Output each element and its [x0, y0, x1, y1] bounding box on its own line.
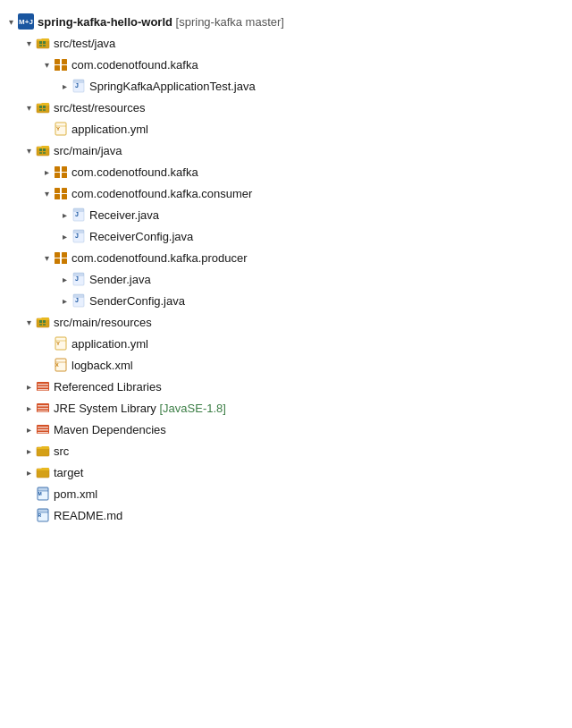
svg-rect-38: [73, 230, 84, 233]
tree-item-application-yml-main[interactable]: Y application.yml: [0, 333, 572, 354]
tree-item-com-codenotfound-kafka-main[interactable]: com.codenotfound.kafka: [0, 161, 572, 182]
tree-arrow[interactable]: [57, 79, 72, 93]
tree-item-sender[interactable]: J Sender.java: [0, 268, 572, 290]
svg-rect-42: [62, 258, 67, 264]
svg-rect-16: [43, 109, 46, 111]
svg-rect-21: [39, 148, 42, 151]
tree-arrow[interactable]: [21, 401, 36, 415]
tree-item-com-codenotfound-kafka-producer[interactable]: com.codenotfound.kafka.producer: [0, 247, 572, 268]
tree-arrow[interactable]: [39, 186, 54, 200]
tree-item-label: JRE System Library [JavaSE-1.8]: [54, 402, 565, 415]
tree-item-src[interactable]: src: [0, 440, 572, 461]
svg-rect-23: [39, 152, 42, 154]
tree-arrow[interactable]: [39, 250, 54, 265]
tree-item-root[interactable]: M+Jspring-kafka-hello-world [spring-kafk…: [0, 11, 572, 32]
svg-rect-53: [43, 324, 46, 326]
svg-rect-69: [38, 427, 48, 428]
package-icon: [54, 165, 68, 179]
tree-item-src-test-resources[interactable]: src/test/resources: [0, 97, 572, 118]
tree-item-com-codenotfound-kafka-test[interactable]: com.codenotfound.kafka: [0, 54, 572, 75]
tree-item-label: SpringKafkaApplicationTest.java: [89, 80, 565, 93]
yml-file-icon: Y: [54, 336, 68, 351]
tree-item-jre-system-library[interactable]: JRE System Library [JavaSE-1.8]: [0, 397, 572, 419]
tree-item-pom-xml[interactable]: M pom.xml: [0, 483, 572, 504]
svg-rect-6: [62, 59, 67, 64]
tree-arrow[interactable]: [57, 293, 72, 308]
tree-arrow[interactable]: [21, 100, 36, 114]
tree-arrow[interactable]: [57, 207, 72, 222]
tree-arrow[interactable]: [57, 272, 72, 286]
svg-text:Y: Y: [56, 341, 60, 346]
tree-item-label: Referenced Libraries: [54, 380, 565, 394]
svg-rect-48: [73, 294, 84, 298]
tree-item-receiver[interactable]: J Receiver.java: [0, 204, 572, 225]
package-icon: [54, 57, 68, 72]
tree-item-label: src/main/resources: [54, 316, 565, 329]
tree-arrow[interactable]: [57, 229, 72, 243]
svg-rect-2: [43, 41, 46, 44]
tree-item-label: application.yml: [72, 123, 565, 136]
tree-item-src-main-java[interactable]: src/main/java: [0, 140, 572, 161]
tree-item-maven-dependencies[interactable]: Maven Dependencies: [0, 419, 572, 440]
tree-arrow[interactable]: [21, 143, 36, 157]
tree-item-src-test-java[interactable]: src/test/java: [0, 32, 572, 54]
library-icon: [36, 422, 50, 436]
svg-rect-77: [38, 487, 48, 491]
label-suffix: [JavaSE-1.8]: [156, 402, 226, 415]
src-folder-icon: [36, 100, 50, 114]
tree-arrow[interactable]: [21, 465, 36, 479]
svg-text:J: J: [75, 275, 79, 282]
tree-item-com-codenotfound-kafka-consumer[interactable]: com.codenotfound.kafka.consumer: [0, 182, 572, 204]
svg-text:Y: Y: [56, 126, 60, 131]
tree-arrow[interactable]: [21, 444, 36, 458]
svg-text:J: J: [75, 211, 79, 217]
tree-item-readme-md[interactable]: R README.md: [0, 504, 572, 526]
tree-item-label: ReceiverConfig.java: [89, 230, 565, 243]
tree-item-label: target: [54, 466, 565, 479]
tree-arrow[interactable]: [21, 315, 36, 329]
tree-item-application-yml-test[interactable]: Y application.yml: [0, 118, 572, 140]
tree-item-label: com.codenotfound.kafka.producer: [72, 251, 565, 265]
project-name: spring-kafka-hello-world: [38, 15, 172, 29]
svg-text:R: R: [38, 512, 42, 518]
svg-rect-15: [39, 109, 42, 111]
tree-item-referenced-libraries[interactable]: Referenced Libraries: [0, 376, 572, 397]
src-folder-icon: [36, 315, 50, 329]
svg-rect-71: [38, 432, 48, 434]
tree-arrow[interactable]: [39, 57, 54, 72]
svg-rect-52: [39, 324, 42, 326]
readme-file-icon: R: [36, 508, 50, 522]
tree-item-springkafkaapptest[interactable]: J SpringKafkaApplicationTest.java: [0, 75, 572, 97]
src-folder-icon: [36, 143, 50, 157]
svg-rect-40: [62, 252, 67, 258]
project-branch: [spring-kafka master]: [172, 15, 284, 29]
tree-item-label: spring-kafka-hello-world [spring-kafka m…: [38, 15, 565, 29]
tree-arrow[interactable]: [4, 14, 18, 29]
java-file-icon: J: [72, 293, 86, 308]
svg-rect-7: [55, 65, 60, 71]
tree-arrow[interactable]: [21, 379, 36, 394]
svg-rect-31: [55, 194, 60, 199]
tree-item-receiverconfig[interactable]: J ReceiverConfig.java: [0, 225, 572, 247]
tree-item-target[interactable]: target: [0, 461, 572, 483]
svg-rect-62: [38, 386, 48, 388]
tree-item-senderconfig[interactable]: J SenderConfig.java: [0, 290, 572, 311]
java-file-icon: J: [72, 272, 86, 286]
svg-rect-66: [38, 408, 48, 410]
yml-file-icon: Y: [54, 122, 68, 136]
svg-rect-1: [39, 41, 42, 44]
tree-item-label: SenderConfig.java: [89, 294, 565, 308]
tree-item-logback-xml[interactable]: X logback.xml: [0, 354, 572, 376]
svg-rect-70: [38, 429, 48, 431]
tree-item-label: README.md: [54, 509, 565, 522]
svg-text:J: J: [75, 82, 79, 89]
tree-arrow[interactable]: [39, 165, 54, 179]
tree-arrow[interactable]: [21, 36, 36, 50]
svg-rect-8: [62, 65, 67, 71]
svg-rect-39: [55, 252, 60, 258]
svg-rect-13: [39, 106, 42, 108]
svg-rect-3: [39, 45, 42, 47]
tree-item-label: src/test/resources: [54, 101, 565, 114]
tree-item-src-main-resources[interactable]: src/main/resources: [0, 311, 572, 333]
tree-arrow[interactable]: [21, 422, 36, 436]
